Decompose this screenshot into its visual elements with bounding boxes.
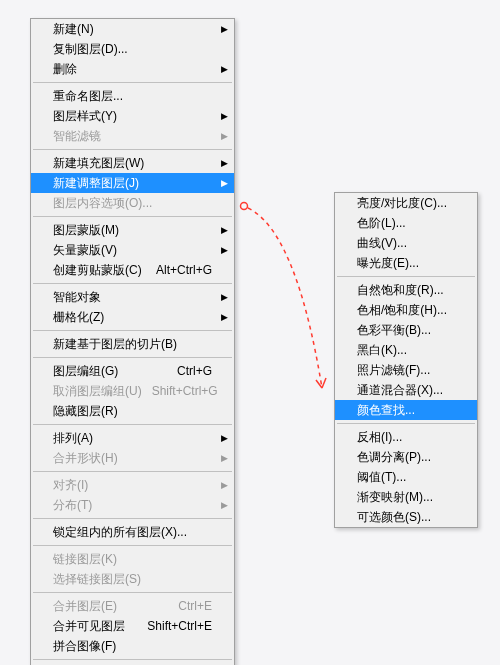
menu-item-label: 隐藏图层(R) bbox=[53, 403, 212, 420]
menu-item[interactable]: 新建填充图层(W)▶ bbox=[31, 153, 234, 173]
menu-item-label: 通道混合器(X)... bbox=[357, 382, 455, 399]
menu-item-label: 排列(A) bbox=[53, 430, 212, 447]
menu-item[interactable]: 排列(A)▶ bbox=[31, 428, 234, 448]
menu-item-shortcut: Shift+Ctrl+E bbox=[147, 619, 212, 633]
menu-item-shortcut: Ctrl+E bbox=[178, 599, 212, 613]
menu-item[interactable]: 渐变映射(M)... bbox=[335, 487, 477, 507]
menu-item-label: 新建填充图层(W) bbox=[53, 155, 212, 172]
menu-item-label: 黑白(K)... bbox=[357, 342, 455, 359]
menu-item-label: 锁定组内的所有图层(X)... bbox=[53, 524, 212, 541]
menu-item[interactable]: 图层编组(G)Ctrl+G bbox=[31, 361, 234, 381]
menu-item: 智能滤镜▶ bbox=[31, 126, 234, 146]
menu-item[interactable]: 重命名图层... bbox=[31, 86, 234, 106]
separator bbox=[33, 545, 232, 546]
menu-item-label: 合并可见图层 bbox=[53, 618, 137, 635]
menu-item: 图层内容选项(O)... bbox=[31, 193, 234, 213]
menu-item[interactable]: 曝光度(E)... bbox=[335, 253, 477, 273]
menu-item: 链接图层(K) bbox=[31, 549, 234, 569]
separator bbox=[33, 149, 232, 150]
menu-item-label: 自然饱和度(R)... bbox=[357, 282, 455, 299]
separator bbox=[33, 330, 232, 331]
menu-item-label: 智能对象 bbox=[53, 289, 212, 306]
submenu-arrow-icon: ▶ bbox=[221, 111, 228, 121]
menu-item-label: 复制图层(D)... bbox=[53, 41, 212, 58]
main-context-menu: 新建(N)▶复制图层(D)...删除▶重命名图层...图层样式(Y)▶智能滤镜▶… bbox=[30, 18, 235, 665]
menu-item[interactable]: 反相(I)... bbox=[335, 427, 477, 447]
menu-item-label: 矢量蒙版(V) bbox=[53, 242, 212, 259]
menu-item-label: 色相/饱和度(H)... bbox=[357, 302, 455, 319]
submenu-arrow-icon: ▶ bbox=[221, 453, 228, 463]
separator bbox=[337, 423, 475, 424]
menu-item[interactable]: 删除▶ bbox=[31, 59, 234, 79]
menu-item-shortcut: Shift+Ctrl+G bbox=[152, 384, 218, 398]
menu-item[interactable]: 色彩平衡(B)... bbox=[335, 320, 477, 340]
submenu-arrow-icon: ▶ bbox=[221, 64, 228, 74]
separator bbox=[33, 592, 232, 593]
menu-item-label: 智能滤镜 bbox=[53, 128, 212, 145]
menu-item-label: 照片滤镜(F)... bbox=[357, 362, 455, 379]
separator bbox=[33, 216, 232, 217]
menu-item-label: 图层内容选项(O)... bbox=[53, 195, 212, 212]
menu-item-label: 新建调整图层(J) bbox=[53, 175, 212, 192]
menu-item[interactable]: 色阶(L)... bbox=[335, 213, 477, 233]
separator bbox=[33, 357, 232, 358]
menu-item[interactable]: 亮度/对比度(C)... bbox=[335, 193, 477, 213]
menu-item-label: 可选颜色(S)... bbox=[357, 509, 455, 526]
menu-item[interactable]: 智能对象▶ bbox=[31, 287, 234, 307]
separator bbox=[33, 659, 232, 660]
menu-item-label: 渐变映射(M)... bbox=[357, 489, 455, 506]
separator bbox=[33, 283, 232, 284]
menu-item-label: 对齐(I) bbox=[53, 477, 212, 494]
menu-item[interactable]: 照片滤镜(F)... bbox=[335, 360, 477, 380]
menu-item-label: 新建(N) bbox=[53, 21, 212, 38]
menu-item-label: 创建剪贴蒙版(C) bbox=[53, 262, 146, 279]
menu-item: 对齐(I)▶ bbox=[31, 475, 234, 495]
menu-item: 分布(T)▶ bbox=[31, 495, 234, 515]
menu-item[interactable]: 锁定组内的所有图层(X)... bbox=[31, 522, 234, 542]
menu-item[interactable]: 色相/饱和度(H)... bbox=[335, 300, 477, 320]
menu-item-label: 合并图层(E) bbox=[53, 598, 168, 615]
menu-item-label: 曝光度(E)... bbox=[357, 255, 455, 272]
menu-item-label: 拼合图像(F) bbox=[53, 638, 212, 655]
menu-item[interactable]: 新建基于图层的切片(B) bbox=[31, 334, 234, 354]
menu-item[interactable]: 新建(N)▶ bbox=[31, 19, 234, 39]
menu-item[interactable]: 复制图层(D)... bbox=[31, 39, 234, 59]
menu-item[interactable]: 拼合图像(F) bbox=[31, 636, 234, 656]
menu-item[interactable]: 合并可见图层Shift+Ctrl+E bbox=[31, 616, 234, 636]
submenu-arrow-icon: ▶ bbox=[221, 480, 228, 490]
menu-item-label: 分布(T) bbox=[53, 497, 212, 514]
menu-item[interactable]: 可选颜色(S)... bbox=[335, 507, 477, 527]
menu-item[interactable]: 黑白(K)... bbox=[335, 340, 477, 360]
menu-item-label: 栅格化(Z) bbox=[53, 309, 212, 326]
menu-item[interactable]: 图层样式(Y)▶ bbox=[31, 106, 234, 126]
menu-item-label: 颜色查找... bbox=[357, 402, 455, 419]
menu-item-shortcut: Alt+Ctrl+G bbox=[156, 263, 212, 277]
menu-item-label: 色彩平衡(B)... bbox=[357, 322, 455, 339]
annotation-arrow bbox=[238, 200, 334, 400]
menu-item[interactable]: 阈值(T)... bbox=[335, 467, 477, 487]
menu-item[interactable]: 栅格化(Z)▶ bbox=[31, 307, 234, 327]
menu-item[interactable]: 颜色查找... bbox=[335, 400, 477, 420]
menu-item: 取消图层编组(U)Shift+Ctrl+G bbox=[31, 381, 234, 401]
menu-item[interactable]: 矢量蒙版(V)▶ bbox=[31, 240, 234, 260]
submenu-arrow-icon: ▶ bbox=[221, 500, 228, 510]
svg-point-0 bbox=[241, 203, 248, 210]
menu-item-label: 合并形状(H) bbox=[53, 450, 212, 467]
menu-item[interactable]: 图层蒙版(M)▶ bbox=[31, 220, 234, 240]
menu-item[interactable]: 自然饱和度(R)... bbox=[335, 280, 477, 300]
submenu-arrow-icon: ▶ bbox=[221, 225, 228, 235]
menu-item[interactable]: 创建剪贴蒙版(C)Alt+Ctrl+G bbox=[31, 260, 234, 280]
menu-item[interactable]: 色调分离(P)... bbox=[335, 447, 477, 467]
menu-item[interactable]: 新建调整图层(J)▶ bbox=[31, 173, 234, 193]
menu-item[interactable]: 通道混合器(X)... bbox=[335, 380, 477, 400]
menu-item: 合并图层(E)Ctrl+E bbox=[31, 596, 234, 616]
adjustment-layer-submenu: 亮度/对比度(C)...色阶(L)...曲线(V)...曝光度(E)...自然饱… bbox=[334, 192, 478, 528]
menu-item-label: 选择链接图层(S) bbox=[53, 571, 212, 588]
menu-item-label: 删除 bbox=[53, 61, 212, 78]
separator bbox=[33, 82, 232, 83]
menu-item[interactable]: 曲线(V)... bbox=[335, 233, 477, 253]
submenu-arrow-icon: ▶ bbox=[221, 158, 228, 168]
menu-item-label: 图层蒙版(M) bbox=[53, 222, 212, 239]
menu-item-shortcut: Ctrl+G bbox=[177, 364, 212, 378]
menu-item[interactable]: 隐藏图层(R) bbox=[31, 401, 234, 421]
